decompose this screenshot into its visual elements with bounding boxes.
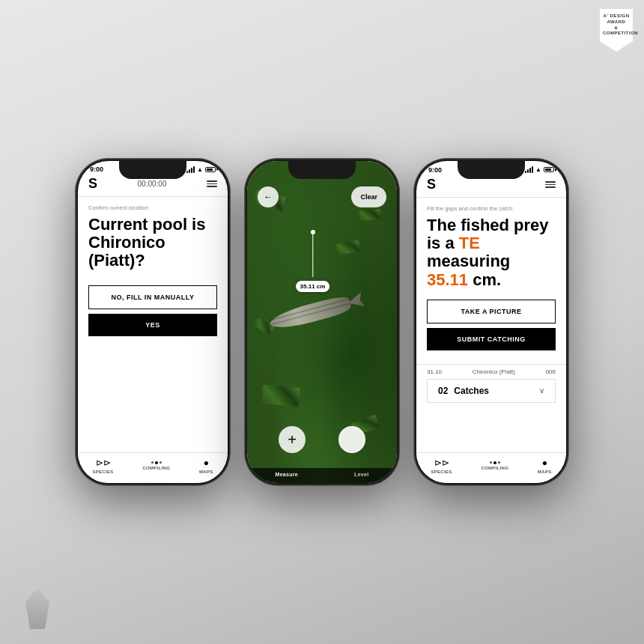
phone-3-screen: 9:00 ⏱ 02:16:42 ▲ <box>416 161 566 483</box>
award-text-line2: & COMPETITION <box>603 25 630 37</box>
catch-info-row: 31.10 Chironico (Piatt) 006 <box>416 364 566 379</box>
tab-maps-label-3: MAPS <box>538 470 552 474</box>
species-icon-3: ⊳⊳ <box>434 458 449 468</box>
confirm-location-label: Confirm current location: <box>88 204 217 211</box>
phone-1-notch <box>119 161 186 179</box>
yes-button[interactable]: YES <box>88 314 217 336</box>
tab-species[interactable]: ⊳⊳ SPECIES <box>92 458 113 474</box>
hamburger-menu-icon-3[interactable] <box>545 181 556 188</box>
phone-3-app-s: S <box>427 177 436 192</box>
camera-top-controls: ← Clear <box>247 186 397 207</box>
wifi-icon: ▲ <box>197 166 203 173</box>
result-action-buttons: TAKE A PICTURE SUBMIT CATCHING <box>427 300 556 350</box>
phone-1-time: 9:00 <box>90 165 103 173</box>
phone-2: 35.11 cm ← Clear + Measure Level <box>245 159 399 485</box>
compiling-icon <box>151 461 162 464</box>
fish-image <box>268 292 361 338</box>
add-point-button[interactable]: + <box>279 426 306 453</box>
phone-1-tab-bar: ⊳⊳ SPECIES COMPILING ● MAPS <box>78 452 228 483</box>
battery-icon-3 <box>544 167 554 172</box>
logo-drop-icon <box>22 588 52 629</box>
wifi-icon-3: ▲ <box>535 166 541 173</box>
tab-species-3[interactable]: ⊳⊳ SPECIES <box>431 458 452 474</box>
award-triangle <box>600 41 633 52</box>
level-mode-label[interactable]: Level <box>354 472 368 477</box>
camera-mode-bar: Measure Level <box>247 468 397 483</box>
signal-icon-3 <box>525 166 533 173</box>
tab-species-label: SPECIES <box>92 470 113 474</box>
catches-label: Catches <box>454 386 489 396</box>
catch-location: Chironico (Piatt) <box>473 368 515 375</box>
tab-compiling-label: COMPILING <box>142 466 170 470</box>
tab-species-label-3: SPECIES <box>431 470 452 474</box>
phone-3-tab-bar: ⊳⊳ SPECIES COMPILING ● MAPS <box>416 452 566 483</box>
result-mid: measuring <box>427 252 510 270</box>
chevron-down-icon: ∨ <box>539 386 544 395</box>
species-icon: ⊳⊳ <box>96 458 111 468</box>
measurement-line: 35.11 cm <box>285 232 341 292</box>
result-suffix: cm. <box>468 270 501 289</box>
measurement-highlight: 35.11 <box>427 270 468 289</box>
maps-icon: ● <box>204 458 209 468</box>
catch-measurement: 31.10 <box>427 368 442 375</box>
catch-result-text: The fished prey is a TE measuring 35.11 … <box>427 216 556 289</box>
battery-icon <box>205 167 216 172</box>
maps-icon-3: ● <box>542 458 547 468</box>
phone-3-status-icons: ▲ <box>525 166 554 173</box>
phone-1-screen: 9:00 ▲ S 00:00:00 <box>78 161 228 483</box>
capture-button[interactable] <box>338 426 365 453</box>
bottom-logo <box>22 588 52 629</box>
award-badge: A' DESIGN AWARD & COMPETITION <box>598 9 635 52</box>
phones-container: 9:00 ▲ S 00:00:00 <box>76 159 568 485</box>
species-highlight: TE <box>459 234 480 252</box>
tab-compiling-3[interactable]: COMPILING <box>481 461 508 470</box>
tab-maps[interactable]: ● MAPS <box>199 458 213 474</box>
result-prefix: The fished prey is a <box>427 216 549 252</box>
fill-gaps-label: Fill the gaps and confirm the catch: <box>427 205 556 212</box>
compiling-icon-3 <box>490 461 500 464</box>
phone-3-notch <box>458 161 525 179</box>
catch-code: 006 <box>546 368 556 375</box>
phone-3: 9:00 ⏱ 02:16:42 ▲ <box>414 159 568 485</box>
phone-3-content: Fill the gaps and confirm the catch: The… <box>416 198 566 364</box>
camera-screen: 35.11 cm ← Clear + Measure Level <box>247 161 397 483</box>
tab-maps-3[interactable]: ● MAPS <box>538 458 552 474</box>
camera-bottom-controls: + <box>247 426 397 453</box>
submit-catching-button[interactable]: SUBMIT CATCHING <box>427 328 556 350</box>
tab-compiling-label-3: COMPILING <box>481 466 508 470</box>
phone-1-app-s: S <box>88 176 97 192</box>
phone-3-time: 9:00 <box>428 166 442 174</box>
location-question: Current pool is Chironico (Piatt)? <box>88 216 217 270</box>
no-fill-manually-button[interactable]: NO, FILL IN MANUALLY <box>88 285 217 309</box>
catches-number: 02 <box>438 386 448 396</box>
measurement-value: 35.11 cm <box>296 281 330 292</box>
tab-maps-label: MAPS <box>199 470 213 474</box>
camera-back-button[interactable]: ← <box>258 186 279 207</box>
hamburger-menu-icon[interactable] <box>207 180 217 187</box>
phone-2-notch <box>288 161 356 179</box>
measure-mode-label[interactable]: Measure <box>276 472 299 477</box>
phone-1-status-icons: ▲ <box>186 166 216 173</box>
take-picture-button[interactable]: TAKE A PICTURE <box>427 300 556 323</box>
camera-clear-button[interactable]: Clear <box>351 186 386 207</box>
award-text-line1: A' DESIGN AWARD <box>603 13 630 25</box>
phone-1-content: Confirm current location: Current pool i… <box>78 197 228 344</box>
tab-compiling[interactable]: COMPILING <box>142 461 170 470</box>
phone-2-screen: 35.11 cm ← Clear + Measure Level <box>247 161 397 483</box>
phone-1-app-timer: 00:00:00 <box>138 180 167 188</box>
catches-dropdown[interactable]: 02 Catches ∨ <box>427 379 556 403</box>
phone-1: 9:00 ▲ S 00:00:00 <box>76 159 230 485</box>
signal-icon <box>186 166 195 173</box>
